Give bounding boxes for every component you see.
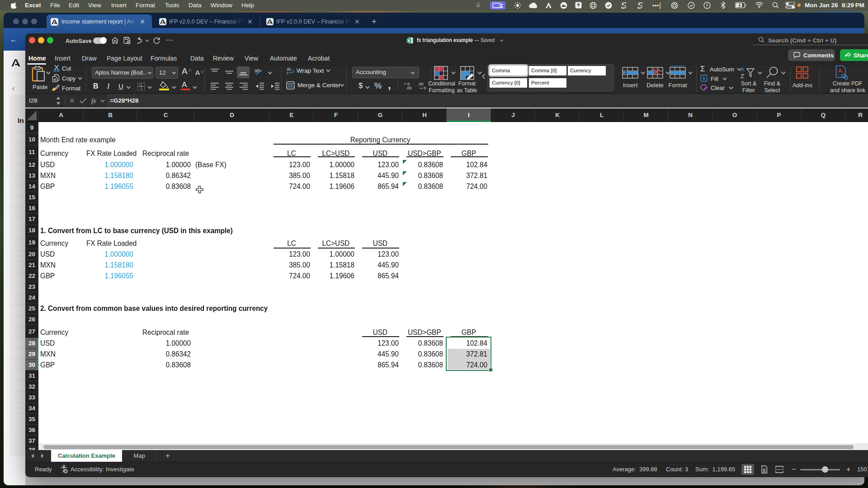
svg-text:A: A xyxy=(741,66,745,73)
svg-text:A: A xyxy=(838,68,842,73)
svg-text:.00: .00 xyxy=(406,86,412,90)
svg-text:Z: Z xyxy=(741,73,744,80)
